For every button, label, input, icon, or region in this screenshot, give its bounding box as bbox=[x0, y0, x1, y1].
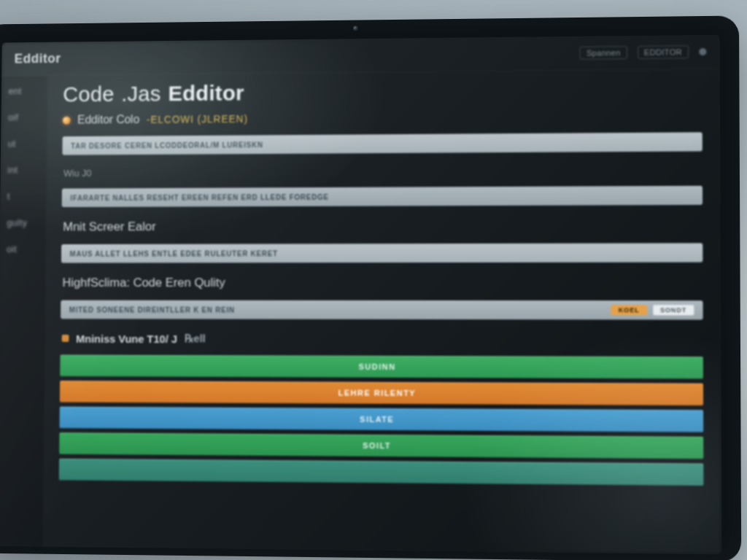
titlebar-tag-2: EDDITOR bbox=[638, 45, 689, 59]
window-tab-label: Edditor bbox=[15, 51, 61, 66]
row-3-label: Mnit Screer Ealor bbox=[63, 218, 703, 234]
row-1-text: TAR DESORE CEREN LCODDEORAL/M LUREISKN bbox=[71, 141, 263, 149]
sidebar-item-2[interactable]: ut bbox=[4, 138, 44, 149]
subheader-label: Edditor Colo bbox=[77, 113, 139, 126]
titlebar-tag: Spannen bbox=[580, 46, 627, 60]
color-bars: SUDINN LEHRE RILENTY SILATE SOILT bbox=[59, 355, 704, 486]
workspace: ent oif ut int t gulty oit Code .Jas Edd… bbox=[0, 69, 721, 555]
title-pre: Code bbox=[63, 82, 115, 106]
row-4[interactable]: MITED SONEENE DIREINTLLER K EN REIN KOEL… bbox=[61, 300, 703, 320]
sidebar-item-5[interactable]: gulty bbox=[3, 217, 44, 228]
sidebar-item-4[interactable]: t bbox=[3, 191, 44, 202]
row-2-label: Wiu J0 bbox=[63, 165, 703, 179]
subheader: Edditor Colo -ELCOWI (JLREEN) bbox=[63, 109, 703, 126]
bar-blue[interactable]: SILATE bbox=[60, 407, 704, 432]
sidebar-item-3[interactable]: int bbox=[3, 164, 44, 175]
setting-rows: TAR DESORE CEREN LCODDEORAL/M LUREISKN W… bbox=[61, 132, 703, 351]
page-title: Code .Jas Edditor bbox=[63, 77, 702, 106]
title-main: Edditor bbox=[168, 81, 244, 106]
status-dot-icon bbox=[63, 116, 71, 124]
bar-teal[interactable] bbox=[59, 459, 704, 486]
row-2-text: IFARARTE NALLES RESEHT EREEN REFEN ERD L… bbox=[70, 192, 329, 201]
subheader-code: -ELCOWI (JLREEN) bbox=[147, 113, 248, 125]
sidebar-item-0[interactable]: ent bbox=[4, 85, 45, 96]
row-4-label: HighfSclima: Code Eren Qulity bbox=[62, 276, 703, 290]
bar-green-2[interactable]: SOILT bbox=[59, 432, 703, 459]
row-4-chip-2[interactable]: SONDT bbox=[653, 305, 694, 315]
row-1[interactable]: TAR DESORE CEREN LCODDEORAL/M LUREISKN bbox=[62, 132, 702, 155]
row-5-label: Mniniss Vune T10/ J ℞ell bbox=[62, 332, 703, 346]
monitor-frame: Edditor Spannen EDDITOR ent oif ut int t… bbox=[0, 15, 741, 560]
app-screen: Edditor Spannen EDDITOR ent oif ut int t… bbox=[0, 35, 721, 555]
minimize-icon[interactable] bbox=[699, 48, 706, 55]
row-3-text: MAUS ALLET LLEHS ENTLE EDEE RULEUTER KER… bbox=[70, 249, 278, 257]
row-4-text: MITED SONEENE DIREINTLLER K EN REIN bbox=[69, 306, 235, 314]
row-2[interactable]: IFARARTE NALLES RESEHT EREEN REFEN ERD L… bbox=[62, 186, 703, 207]
row-3[interactable]: MAUS ALLET LLEHS ENTLE EDEE RULEUTER KER… bbox=[61, 243, 703, 262]
sidebar: ent oif ut int t gulty oit bbox=[0, 76, 47, 547]
title-mid: .Jas bbox=[121, 82, 161, 106]
sidebar-item-6[interactable]: oit bbox=[2, 244, 43, 254]
row-4-chip-1[interactable]: KOEL bbox=[611, 305, 647, 315]
bar-orange[interactable]: LEHRE RILENTY bbox=[60, 381, 703, 405]
sidebar-item-1[interactable]: oif bbox=[4, 112, 44, 122]
bar-green[interactable]: SUDINN bbox=[60, 355, 703, 379]
camera-dot bbox=[353, 26, 358, 31]
main-panel: Code .Jas Edditor Edditor Colo -ELCOWI (… bbox=[42, 69, 721, 555]
square-icon bbox=[62, 335, 69, 342]
